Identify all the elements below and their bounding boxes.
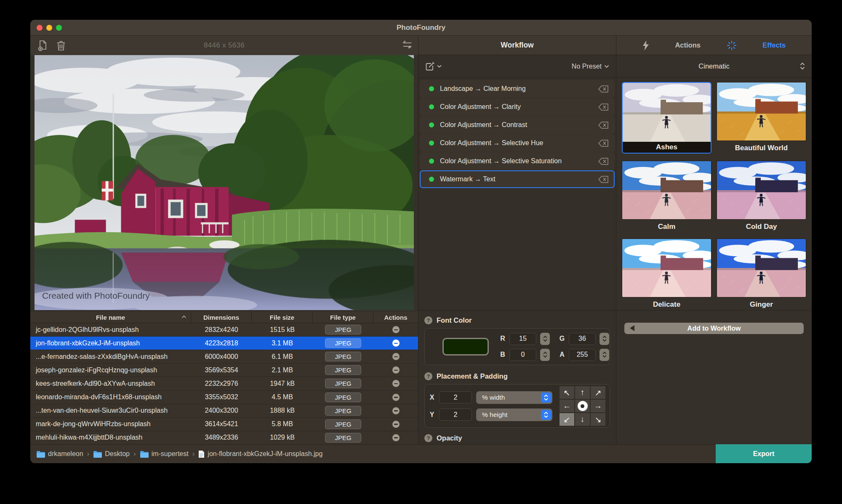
breadcrumb-item[interactable]: im-supertest <box>140 450 189 458</box>
table-row[interactable]: mark-de-jong-qWrvWiHRzbs-unsplash 3614x5… <box>30 418 418 431</box>
anchor-up-left[interactable]: ↖ <box>560 386 574 399</box>
tab-actions[interactable]: Actions <box>675 41 701 49</box>
effect-card[interactable]: Ashes <box>622 82 711 154</box>
table-row[interactable]: joseph-gonzalez-iFgRcqHznqg-unsplash 356… <box>30 363 418 377</box>
remove-file-icon[interactable] <box>392 380 400 387</box>
delete-step-icon[interactable] <box>598 176 609 183</box>
y-value-field[interactable]: 2 <box>439 409 472 421</box>
font-color-swatch[interactable] <box>442 338 489 355</box>
breadcrumb-item[interactable]: drkameleon <box>36 450 83 458</box>
table-row[interactable]: jc-gellidon-2QGlhU9lRvs-unsplash 2832x42… <box>30 323 418 337</box>
column-header-file-size[interactable]: File size <box>252 312 313 323</box>
tab-effects[interactable]: Effects <box>762 41 786 49</box>
table-row[interactable]: mehluli-hikwa-m4XijjbttD8-unsplash 3489x… <box>30 431 418 444</box>
file-type-badge[interactable]: JPEG <box>325 325 361 334</box>
actions-cell <box>373 404 418 417</box>
anchor-center[interactable] <box>575 400 590 412</box>
remove-file-icon[interactable] <box>392 434 400 441</box>
channel-alpha: A 255 <box>559 349 609 361</box>
effect-category-select[interactable]: Cinematic <box>616 55 812 78</box>
anchor-down-left[interactable]: ↙ <box>560 413 574 426</box>
file-name-cell: leonardo-miranda-dvF6s1H1x68-unsplash <box>30 391 191 404</box>
edit-workflow-icon[interactable] <box>425 61 442 71</box>
anchor-down[interactable]: ↓ <box>575 413 590 426</box>
font-color-group: R 15 G 36 <box>424 328 610 365</box>
file-type-badge[interactable]: JPEG <box>325 433 361 443</box>
delete-step-icon[interactable] <box>598 103 609 111</box>
workflow-step[interactable]: Color Adjustment → Contrast <box>420 116 615 134</box>
workflow-step[interactable]: Watermark → Text <box>420 170 615 188</box>
remove-file-icon[interactable] <box>392 340 400 347</box>
anchor-up[interactable]: ↑ <box>575 386 590 399</box>
delete-step-icon[interactable] <box>598 158 609 165</box>
help-icon[interactable]: ? <box>424 434 432 442</box>
file-type-badge[interactable]: JPEG <box>325 338 361 348</box>
file-name-cell: ...ten-van-den-heuvel-Siuwr3uCir0-unspla… <box>30 404 191 417</box>
alpha-stepper[interactable] <box>600 349 609 361</box>
delete-step-icon[interactable] <box>598 140 609 147</box>
red-stepper[interactable] <box>540 333 550 345</box>
remove-file-icon[interactable] <box>392 421 400 428</box>
workflow-step[interactable]: Landscape → Clear Morning <box>420 80 615 98</box>
blue-value-field[interactable]: 0 <box>509 349 536 361</box>
workflow-step[interactable]: Color Adjustment → Selective Hue <box>420 134 615 152</box>
red-value-field[interactable]: 15 <box>509 333 536 345</box>
breadcrumb-item[interactable]: Desktop <box>93 450 130 458</box>
effect-card[interactable]: Calm <box>622 161 711 231</box>
file-size-cell: 5.8 MB <box>252 418 313 431</box>
help-icon[interactable]: ? <box>424 316 432 324</box>
table-row[interactable]: ...e-fernandez-salas-zXxkdiBgHvA-unsplas… <box>30 350 418 363</box>
column-header-actions[interactable]: Actions <box>373 312 418 323</box>
remove-file-icon[interactable] <box>392 394 400 401</box>
remove-file-icon[interactable] <box>392 326 400 333</box>
column-header-dimensions[interactable]: Dimensions <box>191 312 252 323</box>
breadcrumb-item[interactable]: jon-flobrant-xbkGzekJ-iM-unsplash.jpg <box>198 450 322 458</box>
file-type-badge[interactable]: JPEG <box>325 406 361 416</box>
blue-stepper[interactable] <box>540 349 550 361</box>
workflow-step[interactable]: Color Adjustment → Clarity <box>420 98 615 116</box>
delete-step-icon[interactable] <box>598 85 609 93</box>
anchor-up-right[interactable]: ↗ <box>591 386 605 399</box>
effect-card[interactable]: Delicate <box>622 239 711 309</box>
file-type-badge[interactable]: JPEG <box>325 393 361 402</box>
remove-file-icon[interactable] <box>392 407 400 414</box>
column-header-file-type[interactable]: File type <box>313 312 373 323</box>
anchor-grid: ↖ ↑ ↗ ← → ↙ ↓ ↘ <box>560 386 605 426</box>
x-value-field[interactable]: 2 <box>439 391 472 403</box>
column-header-file-name[interactable]: File name <box>30 312 191 323</box>
table-row[interactable]: leonardo-miranda-dvF6s1H1x68-unsplash 33… <box>30 391 418 404</box>
anchor-right[interactable]: → <box>591 400 605 412</box>
breadcrumb-label: drkameleon <box>48 450 83 458</box>
effect-card[interactable]: Cold Day <box>717 161 806 231</box>
anchor-left[interactable]: ← <box>560 400 574 412</box>
preset-dropdown[interactable]: No Preset <box>572 63 609 70</box>
compare-swap-icon[interactable] <box>401 40 412 50</box>
green-value-field[interactable]: 36 <box>569 333 596 345</box>
add-to-workflow-button[interactable]: Add to Workflow <box>624 323 804 334</box>
effect-card[interactable]: Ginger <box>717 239 806 309</box>
table-row[interactable]: kees-streefkerk-Adl90-aXYwA-unsplash 223… <box>30 377 418 390</box>
green-stepper[interactable] <box>600 333 609 345</box>
workflow-step[interactable]: Color Adjustment → Selective Saturation <box>420 152 615 170</box>
file-type-badge[interactable]: JPEG <box>325 379 361 388</box>
effect-card[interactable]: Beautiful World <box>717 82 806 154</box>
alpha-value-field[interactable]: 255 <box>569 349 596 361</box>
file-type-badge[interactable]: JPEG <box>325 352 361 361</box>
delete-step-icon[interactable] <box>598 122 609 129</box>
remove-file-icon[interactable] <box>392 366 400 374</box>
inspector-tabs: Actions Effects <box>616 36 812 55</box>
file-type-badge[interactable]: JPEG <box>325 419 361 429</box>
x-unit-select[interactable]: % width <box>476 391 552 404</box>
remove-file-icon[interactable] <box>392 353 400 360</box>
table-row[interactable]: ...ten-van-den-heuvel-Siuwr3uCir0-unspla… <box>30 404 418 418</box>
file-type-badge[interactable]: JPEG <box>325 365 361 375</box>
export-button[interactable]: Export <box>716 444 812 463</box>
placement-section-header: ? Placement & Padding <box>424 372 610 380</box>
anchor-down-right[interactable]: ↘ <box>591 413 605 426</box>
effects-footer: Add to Workflow <box>616 310 812 444</box>
y-unit-select[interactable]: % height <box>476 409 552 421</box>
dimensions-cell: 2832x4240 <box>191 323 252 336</box>
help-icon[interactable]: ? <box>424 372 432 380</box>
table-row[interactable]: jon-flobrant-xbkGzekJ-iM-unsplash 4223x2… <box>30 337 418 350</box>
breadcrumb-label: Desktop <box>105 450 130 458</box>
